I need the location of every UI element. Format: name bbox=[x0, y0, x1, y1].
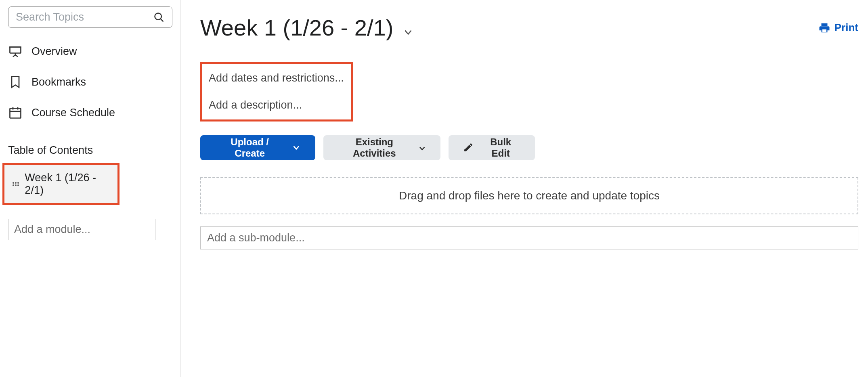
print-icon bbox=[818, 22, 830, 34]
nav-label: Bookmarks bbox=[31, 76, 86, 88]
chevron-down-icon bbox=[418, 143, 426, 152]
module-week1[interactable]: Week 1 (1/26 - 2/1) bbox=[2, 163, 120, 205]
svg-line-5 bbox=[13, 55, 15, 57]
svg-point-0 bbox=[155, 13, 161, 19]
chevron-down-icon[interactable] bbox=[403, 27, 413, 38]
button-label: Bulk Edit bbox=[481, 136, 520, 159]
add-submodule-input[interactable] bbox=[200, 226, 858, 249]
page-title[interactable]: Week 1 (1/26 - 2/1) bbox=[200, 15, 393, 41]
print-button[interactable]: Print bbox=[818, 21, 858, 34]
bookmark-icon bbox=[8, 75, 23, 89]
search-box[interactable] bbox=[8, 6, 172, 28]
nav-course-schedule[interactable]: Course Schedule bbox=[0, 97, 180, 128]
presentation-icon bbox=[8, 44, 23, 59]
nav-overview[interactable]: Overview bbox=[0, 36, 180, 67]
chevron-down-icon bbox=[292, 143, 301, 152]
svg-line-6 bbox=[15, 55, 18, 57]
dates-description-box: Add dates and restrictions... Add a desc… bbox=[200, 62, 353, 121]
drag-handle-icon[interactable] bbox=[13, 182, 19, 186]
main-content: Week 1 (1/26 - 2/1) Print Add dates and … bbox=[181, 0, 868, 377]
pencil-icon bbox=[463, 142, 474, 153]
button-label: Upload / Create bbox=[215, 136, 285, 159]
button-label: Existing Activities bbox=[338, 136, 411, 159]
calendar-icon bbox=[8, 105, 23, 120]
nav-label: Overview bbox=[31, 45, 77, 58]
svg-rect-7 bbox=[10, 109, 21, 118]
add-dates-button[interactable]: Add dates and restrictions... bbox=[209, 72, 344, 84]
nav-label: Course Schedule bbox=[31, 107, 115, 119]
upload-create-button[interactable]: Upload / Create bbox=[200, 135, 315, 160]
svg-line-1 bbox=[161, 19, 163, 21]
search-icon[interactable] bbox=[153, 12, 165, 23]
drop-zone[interactable]: Drag and drop files here to create and u… bbox=[200, 177, 858, 214]
add-description-button[interactable]: Add a description... bbox=[209, 99, 344, 111]
sidebar: Overview Bookmarks Course Schedule Table… bbox=[0, 0, 181, 377]
bulk-edit-button[interactable]: Bulk Edit bbox=[449, 135, 535, 160]
svg-rect-11 bbox=[822, 29, 826, 31]
search-input[interactable] bbox=[16, 11, 153, 23]
existing-activities-button[interactable]: Existing Activities bbox=[323, 135, 440, 160]
print-label: Print bbox=[834, 21, 858, 34]
add-module-input[interactable] bbox=[8, 219, 155, 240]
nav-bookmarks[interactable]: Bookmarks bbox=[0, 67, 180, 97]
svg-rect-2 bbox=[10, 47, 21, 53]
toc-heading[interactable]: Table of Contents bbox=[0, 128, 180, 161]
module-label: Week 1 (1/26 - 2/1) bbox=[25, 172, 109, 197]
